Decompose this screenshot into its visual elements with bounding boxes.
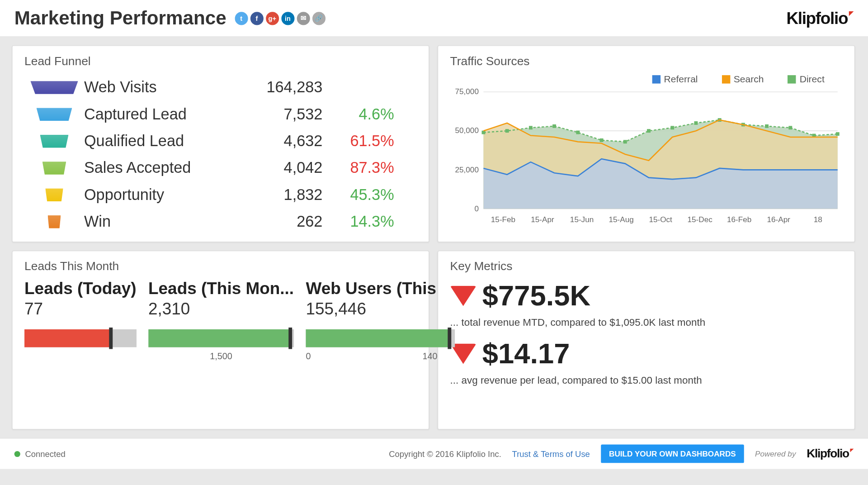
funnel-stage-icon bbox=[24, 162, 84, 175]
lead-value: 155,446 bbox=[306, 300, 455, 319]
funnel-stage-icon bbox=[24, 134, 84, 147]
legend-referral: Referral bbox=[652, 74, 698, 85]
funnel-percent: 45.3% bbox=[322, 185, 394, 204]
funnel-row: Web Visits 164,283 bbox=[24, 74, 417, 101]
funnel-stage-icon bbox=[24, 188, 84, 201]
lead-label: Leads (Today) bbox=[24, 279, 137, 298]
funnel-stage-icon bbox=[24, 81, 84, 94]
svg-text:16-Apr: 16-Apr bbox=[767, 215, 791, 224]
card-title: Key Metrics bbox=[450, 260, 843, 273]
lead-block: Leads (This Mon... 2,310 1,500 bbox=[148, 279, 294, 361]
legend-direct: Direct bbox=[788, 74, 824, 85]
lead-funnel-card: Lead Funnel Web Visits 164,283 Captured … bbox=[12, 45, 429, 242]
funnel-row: Captured Lead 7,532 4.6% bbox=[24, 101, 417, 128]
footer: Connected Copyright © 2016 Klipfolio Inc… bbox=[0, 438, 868, 469]
funnel-value: 164,283 bbox=[239, 78, 323, 97]
facebook-icon[interactable]: f bbox=[250, 12, 263, 25]
page-title: Marketing Performance bbox=[14, 7, 226, 29]
svg-text:50,000: 50,000 bbox=[455, 126, 479, 135]
svg-rect-9 bbox=[505, 129, 509, 133]
funnel-percent: 4.6% bbox=[322, 105, 394, 124]
lead-label: Web Users (This ... bbox=[306, 279, 455, 298]
svg-rect-11 bbox=[552, 124, 556, 128]
funnel-label: Web Visits bbox=[84, 78, 239, 97]
svg-rect-12 bbox=[576, 131, 580, 134]
funnel-percent: 61.5% bbox=[322, 132, 394, 150]
funnel-value: 262 bbox=[239, 212, 323, 231]
lead-value: 77 bbox=[24, 300, 137, 319]
twitter-icon[interactable]: t bbox=[235, 12, 248, 25]
svg-rect-13 bbox=[600, 138, 604, 142]
svg-rect-23 bbox=[836, 132, 840, 136]
svg-rect-15 bbox=[647, 129, 651, 133]
funnel-label: Win bbox=[84, 212, 239, 231]
svg-rect-17 bbox=[694, 121, 698, 125]
funnel-value: 4,042 bbox=[239, 159, 323, 177]
svg-rect-10 bbox=[529, 126, 533, 129]
trend-down-icon bbox=[450, 285, 476, 306]
funnel-label: Opportunity bbox=[84, 185, 239, 204]
terms-link[interactable]: Trust & Terms of Use bbox=[512, 449, 590, 458]
metric-description: ... avg revenue per lead, compared to $1… bbox=[450, 375, 843, 386]
footer-brand-logo: Klipfolio bbox=[807, 447, 854, 461]
funnel-label: Captured Lead bbox=[84, 105, 239, 124]
svg-rect-20 bbox=[765, 124, 769, 128]
svg-rect-16 bbox=[670, 126, 674, 129]
funnel-percent: 87.3% bbox=[322, 159, 394, 177]
traffic-chart: 025,00050,00075,00015-Feb15-Apr15-Jun15-… bbox=[450, 88, 843, 243]
funnel-label: Sales Accepted bbox=[84, 159, 239, 177]
funnel-row: Opportunity 1,832 45.3% bbox=[24, 181, 417, 208]
funnel-row: Win 262 14.3% bbox=[24, 208, 417, 235]
svg-rect-14 bbox=[623, 140, 627, 143]
traffic-sources-card: Traffic Sources Referral Search Direct 0… bbox=[438, 45, 855, 242]
metric-value: $775.5K bbox=[482, 279, 590, 312]
leads-this-month-card: Leads This Month Leads (Today) 77 Leads … bbox=[12, 251, 429, 430]
linkedin-icon[interactable]: in bbox=[281, 12, 294, 25]
chart-legend: Referral Search Direct bbox=[450, 74, 825, 85]
mail-icon[interactable]: ✉ bbox=[297, 12, 310, 25]
link-icon[interactable]: 🔗 bbox=[312, 12, 326, 25]
header: Marketing Performance t f g+ in ✉ 🔗 Klip… bbox=[0, 0, 868, 37]
svg-text:0: 0 bbox=[474, 204, 479, 213]
funnel-percent: 14.3% bbox=[322, 212, 394, 231]
lead-block: Leads (Today) 77 bbox=[24, 279, 137, 361]
progress-bar bbox=[306, 329, 455, 347]
funnel-row: Sales Accepted 4,042 87.3% bbox=[24, 155, 417, 181]
status-dot-icon bbox=[14, 451, 20, 456]
funnel-label: Qualified Lead bbox=[84, 132, 239, 150]
funnel-value: 4,632 bbox=[239, 132, 323, 150]
svg-text:15-Oct: 15-Oct bbox=[649, 215, 672, 224]
lead-value: 2,310 bbox=[148, 300, 294, 319]
svg-rect-21 bbox=[788, 126, 792, 129]
metric-item: $14.17 ... avg revenue per lead, compare… bbox=[450, 337, 843, 386]
copyright-text: Copyright © 2016 Klipfolio Inc. bbox=[389, 449, 501, 458]
svg-text:16-Feb: 16-Feb bbox=[727, 215, 751, 224]
funnel-row: Qualified Lead 4,632 61.5% bbox=[24, 128, 417, 154]
brand-logo: Klipfolio bbox=[786, 9, 854, 28]
metric-item: $775.5K ... total revenue MTD, compared … bbox=[450, 279, 843, 328]
lead-block: Web Users (This ... 155,446 0140,000 bbox=[306, 279, 455, 361]
bar-ticks: 0140,000 bbox=[306, 351, 455, 361]
svg-text:15-Apr: 15-Apr bbox=[531, 215, 554, 224]
funnel-value: 1,832 bbox=[239, 185, 323, 204]
funnel-value: 7,532 bbox=[239, 105, 323, 124]
powered-by-text: Powered by bbox=[755, 449, 796, 458]
card-title: Lead Funnel bbox=[24, 54, 417, 68]
googleplus-icon[interactable]: g+ bbox=[266, 12, 279, 25]
svg-text:15-Jun: 15-Jun bbox=[570, 215, 594, 224]
metric-description: ... total revenue MTD, compared to $1,09… bbox=[450, 317, 843, 328]
cta-button[interactable]: BUILD YOUR OWN DASHBOARDS bbox=[601, 444, 745, 463]
svg-text:15-Aug: 15-Aug bbox=[609, 215, 633, 224]
card-title: Traffic Sources bbox=[450, 54, 843, 68]
funnel-stage-icon bbox=[24, 215, 84, 228]
social-icons: t f g+ in ✉ 🔗 bbox=[235, 12, 325, 25]
svg-text:25,000: 25,000 bbox=[455, 165, 479, 174]
svg-text:75,000: 75,000 bbox=[455, 88, 479, 96]
progress-bar bbox=[24, 329, 137, 347]
svg-text:18: 18 bbox=[814, 215, 822, 224]
svg-rect-8 bbox=[482, 131, 486, 134]
status-text: Connected bbox=[25, 449, 65, 458]
key-metrics-card: Key Metrics $775.5K ... total revenue MT… bbox=[438, 251, 855, 430]
bar-ticks: 1,500 bbox=[148, 351, 294, 361]
lead-label: Leads (This Mon... bbox=[148, 279, 294, 298]
